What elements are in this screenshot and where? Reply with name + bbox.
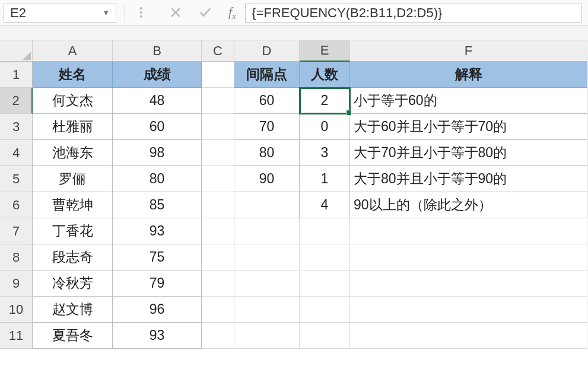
grid: A B C D E F 1 姓名 成绩 间隔点 人数 解释 2 何文杰 48 6… xyxy=(0,40,588,349)
cell-B10[interactable]: 96 xyxy=(113,297,202,323)
cell-D1[interactable]: 间隔点 xyxy=(234,62,300,88)
row-header-9[interactable]: 9 xyxy=(0,270,33,297)
cell-F9[interactable] xyxy=(350,270,587,297)
cell-D5[interactable]: 90 xyxy=(234,166,300,192)
cell-D2[interactable]: 60 xyxy=(234,88,300,114)
formula-text: {=FREQUENCY(B2:B11,D2:D5)} xyxy=(252,5,442,21)
cell-A5[interactable]: 罗俪 xyxy=(33,166,113,192)
cell-B8[interactable]: 75 xyxy=(113,244,202,270)
row-header-6[interactable]: 6 xyxy=(0,192,33,218)
name-box-value: E2 xyxy=(10,5,26,21)
row-header-10[interactable]: 10 xyxy=(0,297,33,323)
cell-B1[interactable]: 成绩 xyxy=(113,62,202,88)
formula-input[interactable]: {=FREQUENCY(B2:B11,D2:D5)} xyxy=(245,4,582,23)
row-header-8[interactable]: 8 xyxy=(0,244,33,270)
dropdown-icon[interactable]: ▼ xyxy=(102,8,110,17)
row-header-2[interactable]: 2 xyxy=(0,88,33,114)
cell-A2[interactable]: 何文杰 xyxy=(33,88,113,114)
col-header-A[interactable]: A xyxy=(33,40,113,62)
cell-B7[interactable]: 93 xyxy=(113,218,202,244)
cell-C10[interactable] xyxy=(202,297,234,323)
cell-C2[interactable] xyxy=(202,88,234,114)
cell-D9[interactable] xyxy=(234,270,300,297)
cell-C1[interactable] xyxy=(202,62,234,88)
cell-E5[interactable]: 1 xyxy=(300,166,350,192)
cell-B5[interactable]: 80 xyxy=(113,166,202,192)
cell-E3[interactable]: 0 xyxy=(300,114,350,140)
row-header-5[interactable]: 5 xyxy=(0,166,33,192)
cell-F4[interactable]: 大于70并且小于等于80的 xyxy=(350,140,587,166)
col-header-C[interactable]: C xyxy=(202,40,234,62)
cell-C11[interactable] xyxy=(202,323,234,349)
cell-F10[interactable] xyxy=(350,297,587,323)
cell-A11[interactable]: 夏吾冬 xyxy=(33,323,113,349)
cell-E1[interactable]: 人数 xyxy=(300,62,350,88)
cancel-icon[interactable] xyxy=(169,6,182,19)
cell-C5[interactable] xyxy=(202,166,234,192)
formula-bar: E2 ▼ fx {=FREQUENCY(B2:B11,D2:D5)} xyxy=(0,0,588,26)
cell-C6[interactable] xyxy=(202,192,234,218)
cell-A6[interactable]: 曹乾坤 xyxy=(33,192,113,218)
cell-F5[interactable]: 大于80并且小于等于90的 xyxy=(350,166,587,192)
cell-F6[interactable]: 90以上的（除此之外） xyxy=(350,192,587,218)
cell-B11[interactable]: 93 xyxy=(113,323,202,349)
cell-D3[interactable]: 70 xyxy=(234,114,300,140)
cell-B3[interactable]: 60 xyxy=(113,114,202,140)
cell-C7[interactable] xyxy=(202,218,234,244)
cell-F8[interactable] xyxy=(350,244,587,270)
cell-E11[interactable] xyxy=(300,323,350,349)
svg-point-1 xyxy=(140,11,142,14)
cell-F7[interactable] xyxy=(350,218,587,244)
svg-point-0 xyxy=(140,8,142,10)
row-header-1[interactable]: 1 xyxy=(0,62,33,88)
cell-F11[interactable] xyxy=(350,323,587,349)
cell-E9[interactable] xyxy=(300,270,350,297)
cell-B9[interactable]: 79 xyxy=(113,270,202,297)
col-header-E[interactable]: E xyxy=(300,40,350,62)
divider xyxy=(125,4,125,23)
cell-C3[interactable] xyxy=(202,114,234,140)
cell-A10[interactable]: 赵文博 xyxy=(33,297,113,323)
cell-E6[interactable]: 4 xyxy=(300,192,350,218)
row-header-11[interactable]: 11 xyxy=(0,323,33,349)
cell-E7[interactable] xyxy=(300,218,350,244)
cell-A4[interactable]: 池海东 xyxy=(33,140,113,166)
cell-F1[interactable]: 解释 xyxy=(350,62,587,88)
row-header-7[interactable]: 7 xyxy=(0,218,33,244)
cell-D8[interactable] xyxy=(234,244,300,270)
name-box[interactable]: E2 ▼ xyxy=(4,4,116,23)
cell-A1[interactable]: 姓名 xyxy=(33,62,113,88)
fx-icon[interactable]: fx xyxy=(228,4,236,21)
cell-B2[interactable]: 48 xyxy=(113,88,202,114)
cell-E8[interactable] xyxy=(300,244,350,270)
spreadsheet-app: E2 ▼ fx {=FREQUENCY(B2:B11,D2:D5)} A B xyxy=(0,0,588,382)
cell-A9[interactable]: 冷秋芳 xyxy=(33,270,113,297)
col-header-B[interactable]: B xyxy=(113,40,202,62)
cell-A8[interactable]: 段志奇 xyxy=(33,244,113,270)
cell-E4[interactable]: 3 xyxy=(300,140,350,166)
cell-F2[interactable]: 小于等于60的 xyxy=(350,88,587,114)
cell-D4[interactable]: 80 xyxy=(234,140,300,166)
cell-A7[interactable]: 丁香花 xyxy=(33,218,113,244)
cell-C4[interactable] xyxy=(202,140,234,166)
cell-F3[interactable]: 大于60并且小于等于70的 xyxy=(350,114,587,140)
cell-D10[interactable] xyxy=(234,297,300,323)
cell-E2[interactable]: 2 xyxy=(300,88,350,114)
cell-A3[interactable]: 杜雅丽 xyxy=(33,114,113,140)
select-all-corner[interactable] xyxy=(0,40,33,62)
cell-D7[interactable] xyxy=(234,218,300,244)
range-icon[interactable] xyxy=(139,6,152,19)
cell-B4[interactable]: 98 xyxy=(113,140,202,166)
row-header-4[interactable]: 4 xyxy=(0,140,33,166)
cell-C8[interactable] xyxy=(202,244,234,270)
cell-E10[interactable] xyxy=(300,297,350,323)
col-header-F[interactable]: F xyxy=(350,40,587,62)
col-header-D[interactable]: D xyxy=(234,40,300,62)
header-spacer xyxy=(0,26,588,40)
confirm-icon[interactable] xyxy=(199,6,212,19)
cell-C9[interactable] xyxy=(202,270,234,297)
row-header-3[interactable]: 3 xyxy=(0,114,33,140)
cell-D6[interactable] xyxy=(234,192,300,218)
cell-B6[interactable]: 85 xyxy=(113,192,202,218)
cell-D11[interactable] xyxy=(234,323,300,349)
